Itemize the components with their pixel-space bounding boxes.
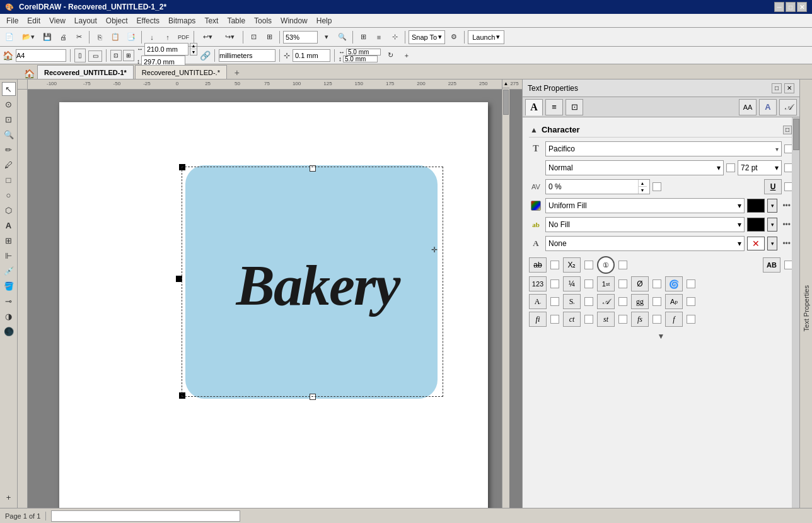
cut-button[interactable]: ✂	[72, 30, 86, 44]
publish-button[interactable]: 🖨	[56, 30, 70, 44]
ordinal-num-btn[interactable]: 1st	[597, 276, 615, 291]
handle-bc[interactable]	[310, 394, 316, 400]
menubar-bitmaps[interactable]: Bitmaps	[165, 15, 199, 26]
standard-lig-check[interactable]	[550, 315, 559, 324]
subscript-check[interactable]	[584, 261, 593, 269]
zoom-input[interactable]: 53%	[283, 31, 318, 44]
menubar-tools[interactable]: Tools	[250, 15, 276, 26]
panel-tab-extra1[interactable]: AA	[739, 99, 757, 115]
add-page-button[interactable]: +	[400, 49, 414, 62]
save-button[interactable]: 💾	[40, 30, 54, 44]
font-size-combo[interactable]: 72 pt ▾	[738, 160, 782, 175]
outline-x-button[interactable]: ✕	[747, 237, 765, 250]
import-button[interactable]: ↓	[145, 30, 159, 44]
script-check[interactable]	[618, 297, 627, 306]
contextual-alt-btn[interactable]: Ap	[665, 294, 683, 309]
panel-tab-char[interactable]: A	[525, 99, 543, 115]
paste-special[interactable]: 📑	[124, 30, 138, 44]
ordinal-check[interactable]	[618, 261, 627, 269]
home-tab-icon[interactable]: 🏠	[24, 69, 35, 79]
fill-more-button[interactable]: •••	[780, 201, 793, 210]
menubar-effects[interactable]: Effects	[133, 15, 163, 26]
node-tool[interactable]: ⊙	[2, 97, 16, 111]
contextual-lig-btn[interactable]: gg	[631, 294, 649, 309]
historic-lig-check[interactable]	[618, 315, 627, 324]
canvas-scrollbar-v[interactable]: ▲ ▼	[502, 79, 509, 523]
ordinal-btn[interactable]: ①	[597, 256, 615, 274]
outline-swatch-arrow[interactable]: ▾	[767, 237, 777, 250]
zoom-dropdown[interactable]: ▾	[320, 30, 334, 44]
fill-swatch-arrow[interactable]: ▾	[767, 199, 777, 213]
handle-tl[interactable]	[179, 164, 185, 170]
terminal-forms-check[interactable]	[687, 315, 695, 324]
disc-lig-check[interactable]	[584, 315, 593, 324]
side-tab[interactable]: Text Properties	[799, 79, 812, 523]
text-tool[interactable]: A	[2, 218, 16, 232]
scroll-up-arrow[interactable]: ▲	[502, 79, 509, 88]
zoom-in[interactable]: ⊞	[262, 30, 276, 44]
freehand-tool[interactable]: ✏	[2, 143, 16, 156]
align-button[interactable]: ⊹	[388, 30, 402, 44]
menubar-text[interactable]: Text	[200, 15, 222, 26]
view-toggle[interactable]: ⊞	[356, 30, 370, 44]
menubar-layout[interactable]: Layout	[71, 15, 101, 26]
restore-button[interactable]: □	[786, 2, 796, 12]
outline-more-button[interactable]: •••	[780, 239, 793, 248]
underline-button[interactable]: U	[764, 179, 782, 194]
menubar-table[interactable]: Table	[223, 15, 249, 26]
fill-type-combo[interactable]: Uniform Fill ▾	[545, 198, 745, 213]
page-size-combo[interactable]: A4	[16, 49, 66, 62]
blend-tool[interactable]: ⊸	[2, 294, 16, 308]
script-btn[interactable]: 𝒜	[597, 294, 615, 309]
contextual-alt-check[interactable]	[687, 297, 695, 306]
width-spinners[interactable]: ▲ ▼	[190, 43, 197, 56]
standard-lig-btn[interactable]: fi	[529, 312, 547, 327]
settings-button[interactable]: ⚙	[447, 30, 461, 44]
launch-button[interactable]: Launch ▾	[468, 30, 504, 44]
panel-scrollbar[interactable]	[792, 117, 799, 523]
tab-2[interactable]: Recovered_UNTITLED-.*	[135, 65, 227, 79]
slashed-zero-check[interactable]	[652, 279, 661, 288]
bg-swatch-arrow[interactable]: ▾	[767, 218, 777, 232]
paste-button[interactable]: 📋	[108, 30, 122, 44]
tab-1[interactable]: Recovered_UNTITLED-1*	[37, 65, 134, 79]
menubar-file[interactable]: File	[3, 15, 22, 26]
redo-button[interactable]: ↪▾	[219, 30, 240, 44]
swash-btn[interactable]: 🌀	[665, 276, 683, 291]
section-lock[interactable]: □	[783, 126, 792, 134]
bg-fill-combo[interactable]: No Fill ▾	[545, 217, 745, 232]
landscape-icon[interactable]: ▭	[88, 50, 102, 62]
duplicate-v-input[interactable]	[343, 56, 378, 62]
strikethrough-btn[interactable]: ab	[529, 257, 547, 273]
more-features-arrow[interactable]: ▼	[529, 332, 793, 341]
export-pdf[interactable]: PDF	[177, 30, 190, 44]
vscroll-thumb[interactable]	[503, 90, 509, 115]
polygon-tool[interactable]: ⬡	[2, 203, 16, 217]
view-options[interactable]: ≡	[372, 30, 386, 44]
minimize-button[interactable]: ─	[774, 2, 784, 12]
strikethrough-check[interactable]	[550, 261, 559, 269]
panel-tab-frame[interactable]: ⊡	[566, 99, 583, 115]
lining-num-btn[interactable]: 123	[529, 276, 547, 291]
fraction-btn[interactable]: ¼	[563, 276, 581, 291]
panel-undock-button[interactable]: □	[772, 83, 782, 93]
transparency-tool[interactable]: ◑	[2, 309, 16, 323]
kerning-input[interactable]: 0 % ▲ ▼	[545, 179, 650, 194]
copy-button[interactable]: ⎘	[93, 30, 107, 44]
rect-tool[interactable]: □	[2, 173, 16, 187]
fill-color-swatch[interactable]	[747, 199, 765, 213]
status-input[interactable]	[51, 510, 240, 522]
new-tab-button[interactable]: +	[231, 66, 243, 79]
shadow-tool[interactable]: 🌑	[2, 324, 16, 338]
special-lig-btn[interactable]: fs	[631, 312, 649, 327]
font-name-combo[interactable]: Pacifico ▾	[545, 141, 782, 156]
terminal-forms-btn[interactable]: f	[665, 312, 683, 327]
outline-combo[interactable]: None ▾	[545, 236, 745, 251]
zoom-tool[interactable]: 🔍	[2, 127, 16, 141]
menubar-help[interactable]: Help	[313, 15, 336, 26]
panel-close-button[interactable]: ✕	[784, 83, 794, 93]
bg-fill-swatch[interactable]	[747, 218, 765, 232]
export-button[interactable]: ↑	[161, 30, 175, 44]
nudge-input[interactable]	[293, 49, 330, 62]
handle-ml[interactable]	[176, 276, 182, 282]
